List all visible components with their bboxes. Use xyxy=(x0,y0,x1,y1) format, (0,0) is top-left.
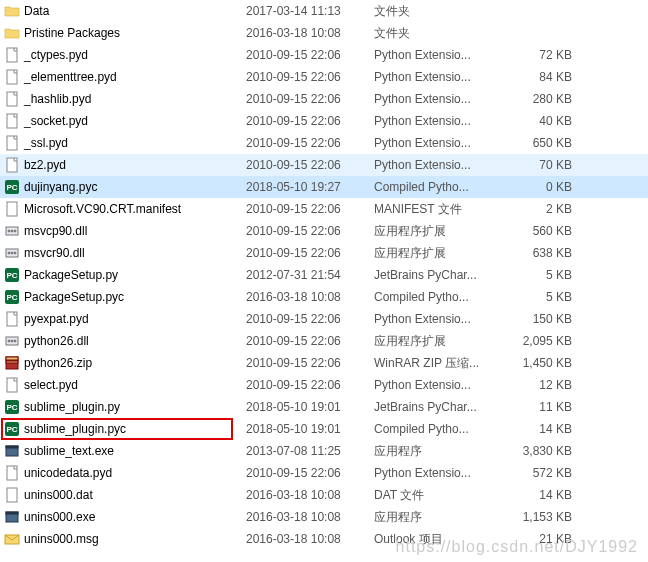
file-date: 2010-09-15 22:06 xyxy=(246,356,374,370)
file-row[interactable]: python26.zip2010-09-15 22:06WinRAR ZIP 压… xyxy=(0,352,648,374)
svg-rect-2 xyxy=(7,92,17,106)
folder-icon xyxy=(4,25,20,41)
zip-icon xyxy=(4,355,20,371)
file-name: _ctypes.pyd xyxy=(24,48,88,62)
dll-icon xyxy=(4,333,20,349)
svg-point-10 xyxy=(8,230,10,232)
file-row[interactable]: _ssl.pyd2010-09-15 22:06Python Extensio.… xyxy=(0,132,648,154)
file-type: Python Extensio... xyxy=(374,158,504,172)
py-icon: PC xyxy=(4,399,20,415)
file-row[interactable]: PCPackageSetup.pyc2016-03-18 10:08Compil… xyxy=(0,286,648,308)
file-size: 14 KB xyxy=(504,488,582,502)
file-row[interactable]: msvcr90.dll2010-09-15 22:06应用程序扩展638 KB xyxy=(0,242,648,264)
file-row[interactable]: unins000.exe2016-03-18 10:08应用程序1,153 KB xyxy=(0,506,648,528)
file-name: dujinyang.pyc xyxy=(24,180,97,194)
file-row[interactable]: _ctypes.pyd2010-09-15 22:06Python Extens… xyxy=(0,44,648,66)
file-size: 572 KB xyxy=(504,466,582,480)
file-row[interactable]: PCsublime_plugin.py2018-05-10 19:01JetBr… xyxy=(0,396,648,418)
file-type: Compiled Pytho... xyxy=(374,422,504,436)
file-date: 2010-09-15 22:06 xyxy=(246,466,374,480)
exe-icon xyxy=(4,509,20,525)
file-row[interactable]: unins000.dat2016-03-18 10:08DAT 文件14 KB xyxy=(0,484,648,506)
file-size: 2,095 KB xyxy=(504,334,582,348)
file-date: 2010-09-15 22:06 xyxy=(246,92,374,106)
file-size: 150 KB xyxy=(504,312,582,326)
svg-text:PC: PC xyxy=(6,425,17,434)
dat-icon xyxy=(4,487,20,503)
file-date: 2016-03-18 10:08 xyxy=(246,532,374,546)
file-size: 11 KB xyxy=(504,400,582,414)
file-date: 2018-05-10 19:01 xyxy=(246,400,374,414)
svg-text:PC: PC xyxy=(6,293,17,302)
file-row[interactable]: select.pyd2010-09-15 22:06Python Extensi… xyxy=(0,374,648,396)
file-row[interactable]: _socket.pyd2010-09-15 22:06Python Extens… xyxy=(0,110,648,132)
file-date: 2016-03-18 10:08 xyxy=(246,290,374,304)
file-row[interactable]: PCsublime_plugin.pyc2018-05-10 19:01Comp… xyxy=(0,418,648,440)
file-row[interactable]: bz2.pyd2010-09-15 22:06Python Extensio..… xyxy=(0,154,648,176)
file-row[interactable]: Microsoft.VC90.CRT.manifest2010-09-15 22… xyxy=(0,198,648,220)
file-size: 1,153 KB xyxy=(504,510,582,524)
file-size: 84 KB xyxy=(504,70,582,84)
svg-rect-0 xyxy=(7,48,17,62)
file-date: 2018-05-10 19:01 xyxy=(246,422,374,436)
file-name: _elementtree.pyd xyxy=(24,70,117,84)
file-row[interactable]: pyexpat.pyd2010-09-15 22:06Python Extens… xyxy=(0,308,648,330)
svg-rect-29 xyxy=(7,378,17,392)
file-row[interactable]: PCPackageSetup.py2012-07-31 21:54JetBrai… xyxy=(0,264,648,286)
file-date: 2010-09-15 22:06 xyxy=(246,334,374,348)
file-row[interactable]: sublime_text.exe2013-07-08 11:25应用程序3,83… xyxy=(0,440,648,462)
file-name: _socket.pyd xyxy=(24,114,88,128)
file-size: 280 KB xyxy=(504,92,582,106)
file-row[interactable]: msvcp90.dll2010-09-15 22:06应用程序扩展560 KB xyxy=(0,220,648,242)
file-type: 应用程序扩展 xyxy=(374,223,504,240)
file-name: bz2.pyd xyxy=(24,158,66,172)
file-name: unins000.dat xyxy=(24,488,93,502)
file-row[interactable]: _elementtree.pyd2010-09-15 22:06Python E… xyxy=(0,66,648,88)
svg-point-16 xyxy=(14,252,16,254)
file-date: 2010-09-15 22:06 xyxy=(246,114,374,128)
file-name: python26.dll xyxy=(24,334,89,348)
pyd-icon xyxy=(4,135,20,151)
file-name: Pristine Packages xyxy=(24,26,120,40)
file-name: unins000.exe xyxy=(24,510,95,524)
file-type: Compiled Pytho... xyxy=(374,180,504,194)
file-row[interactable]: Pristine Packages2016-03-18 10:08文件夹 xyxy=(0,22,648,44)
file-size: 70 KB xyxy=(504,158,582,172)
svg-point-12 xyxy=(14,230,16,232)
file-date: 2010-09-15 22:06 xyxy=(246,48,374,62)
svg-text:PC: PC xyxy=(6,183,17,192)
folder-icon xyxy=(4,3,20,19)
file-row[interactable]: unicodedata.pyd2010-09-15 22:06Python Ex… xyxy=(0,462,648,484)
file-list[interactable]: Data2017-03-14 11:13文件夹Pristine Packages… xyxy=(0,0,648,550)
msg-icon xyxy=(4,531,20,547)
file-date: 2010-09-15 22:06 xyxy=(246,378,374,392)
file-name: msvcp90.dll xyxy=(24,224,87,238)
file-name: unins000.msg xyxy=(24,532,99,546)
file-name: pyexpat.pyd xyxy=(24,312,89,326)
file-size: 3,830 KB xyxy=(504,444,582,458)
svg-point-24 xyxy=(11,340,13,342)
file-row[interactable]: _hashlib.pyd2010-09-15 22:06Python Exten… xyxy=(0,88,648,110)
file-name: sublime_plugin.pyc xyxy=(24,422,126,436)
file-row[interactable]: Data2017-03-14 11:13文件夹 xyxy=(0,0,648,22)
file-date: 2016-03-18 10:08 xyxy=(246,26,374,40)
pyc-icon: PC xyxy=(4,421,20,437)
svg-rect-39 xyxy=(6,512,18,514)
file-name: msvcr90.dll xyxy=(24,246,85,260)
file-type: 应用程序 xyxy=(374,509,504,526)
svg-rect-37 xyxy=(7,488,17,502)
file-name: sublime_plugin.py xyxy=(24,400,120,414)
file-type: Python Extensio... xyxy=(374,48,504,62)
file-row[interactable]: PCdujinyang.pyc2018-05-10 19:27Compiled … xyxy=(0,176,648,198)
svg-rect-28 xyxy=(6,361,18,363)
svg-point-15 xyxy=(11,252,13,254)
svg-rect-21 xyxy=(7,312,17,326)
svg-text:PC: PC xyxy=(6,271,17,280)
svg-rect-27 xyxy=(6,357,18,360)
svg-rect-4 xyxy=(7,136,17,150)
file-name: select.pyd xyxy=(24,378,78,392)
file-row[interactable]: python26.dll2010-09-15 22:06应用程序扩展2,095 … xyxy=(0,330,648,352)
file-name: PackageSetup.py xyxy=(24,268,118,282)
file-name: Microsoft.VC90.CRT.manifest xyxy=(24,202,181,216)
svg-point-25 xyxy=(14,340,16,342)
